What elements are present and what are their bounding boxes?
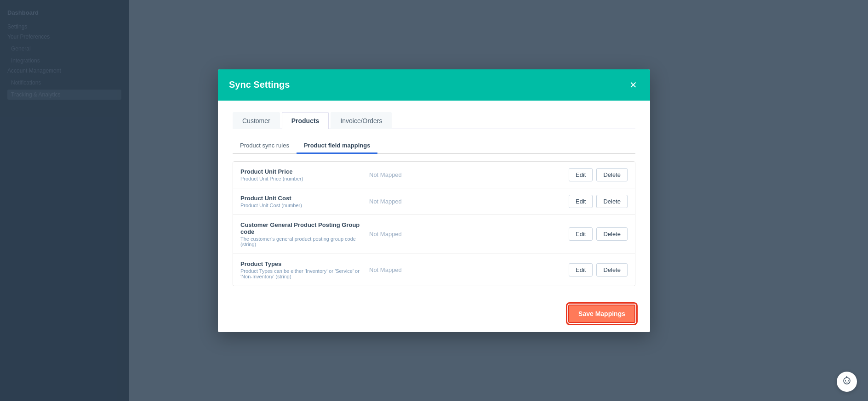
actions-unit-price: Edit Delete xyxy=(569,168,628,181)
svg-point-1 xyxy=(845,380,846,381)
delete-unit-price-button[interactable]: Delete xyxy=(596,168,628,181)
edit-gen-product-posting-button[interactable]: Edit xyxy=(569,227,593,241)
field-gen-product-posting: Customer General Product Posting Group c… xyxy=(240,221,369,247)
actions-gen-product-posting: Edit Delete xyxy=(569,227,628,241)
actions-unit-cost: Edit Delete xyxy=(569,195,628,208)
svg-point-4 xyxy=(846,376,847,377)
chatbot-button[interactable] xyxy=(837,372,857,392)
field-unit-price: Product Unit Price Product Unit Price (n… xyxy=(240,168,369,181)
modal-close-button[interactable]: ✕ xyxy=(628,79,639,91)
modal-overlay: Sync Settings ✕ Customer Products Invoic… xyxy=(0,0,868,401)
field-gen-product-posting-name: Customer General Product Posting Group c… xyxy=(240,221,362,235)
field-unit-price-desc: Product Unit Price (number) xyxy=(240,176,362,181)
mapping-row-gen-product-posting: Customer General Product Posting Group c… xyxy=(233,215,635,254)
sync-settings-modal: Sync Settings ✕ Customer Products Invoic… xyxy=(218,69,650,332)
status-unit-price: Not Mapped xyxy=(369,171,569,178)
main-tabs: Customer Products Invoice/Orders xyxy=(233,112,635,129)
delete-gen-product-posting-button[interactable]: Delete xyxy=(596,227,628,241)
tab-customer[interactable]: Customer xyxy=(233,112,280,129)
status-unit-cost: Not Mapped xyxy=(369,198,569,205)
field-unit-cost-name: Product Unit Cost xyxy=(240,195,362,202)
tab-products[interactable]: Products xyxy=(282,112,329,129)
svg-point-0 xyxy=(844,378,850,384)
edit-product-types-button[interactable]: Edit xyxy=(569,263,593,277)
modal-header: Sync Settings ✕ xyxy=(218,69,650,101)
mapping-row-unit-cost: Product Unit Cost Product Unit Cost (num… xyxy=(233,188,635,215)
status-gen-product-posting: Not Mapped xyxy=(369,231,569,237)
modal-footer: Save Mappings xyxy=(218,297,650,332)
field-unit-price-name: Product Unit Price xyxy=(240,168,362,175)
save-mappings-button[interactable]: Save Mappings xyxy=(568,305,635,323)
modal-body: Customer Products Invoice/Orders Product… xyxy=(218,101,650,332)
field-unit-cost-desc: Product Unit Cost (number) xyxy=(240,203,362,208)
mapping-row-unit-price: Product Unit Price Product Unit Price (n… xyxy=(233,162,635,188)
svg-point-2 xyxy=(848,380,849,381)
subtab-field-mappings[interactable]: Product field mappings xyxy=(297,138,377,154)
modal-scroll-area[interactable]: Customer Products Invoice/Orders Product… xyxy=(218,101,650,297)
field-unit-cost: Product Unit Cost Product Unit Cost (num… xyxy=(240,195,369,208)
actions-product-types: Edit Delete xyxy=(569,263,628,277)
mapping-row-product-types: Product Types Product Types can be eithe… xyxy=(233,254,635,286)
sub-tabs: Product sync rules Product field mapping… xyxy=(233,138,635,154)
field-gen-product-posting-desc: The customer's general product posting g… xyxy=(240,236,362,247)
delete-product-types-button[interactable]: Delete xyxy=(596,263,628,277)
status-product-types: Not Mapped xyxy=(369,266,569,273)
tab-invoice-orders[interactable]: Invoice/Orders xyxy=(331,112,392,129)
edit-unit-price-button[interactable]: Edit xyxy=(569,168,593,181)
subtab-sync-rules[interactable]: Product sync rules xyxy=(233,138,297,154)
field-product-types: Product Types Product Types can be eithe… xyxy=(240,260,369,279)
modal-title: Sync Settings xyxy=(229,79,290,90)
mapping-table: Product Unit Price Product Unit Price (n… xyxy=(233,161,635,286)
field-product-types-name: Product Types xyxy=(240,260,362,267)
field-product-types-desc: Product Types can be either 'Inventory' … xyxy=(240,268,362,279)
chatbot-icon xyxy=(841,376,852,387)
delete-unit-cost-button[interactable]: Delete xyxy=(596,195,628,208)
edit-unit-cost-button[interactable]: Edit xyxy=(569,195,593,208)
